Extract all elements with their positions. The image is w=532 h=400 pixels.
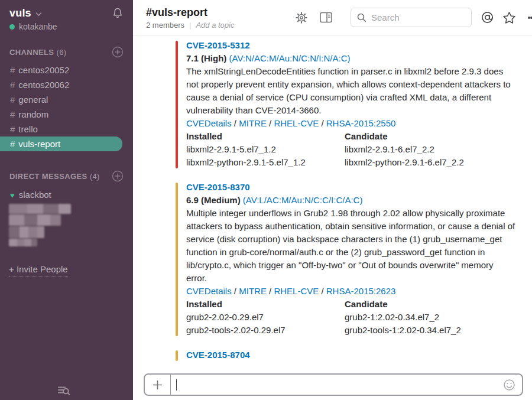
dm-list: ♥slackbot (0, 187, 133, 246)
redacted-dm-name[interactable] (9, 239, 37, 246)
field-installed: Installedgrub2-2.02-0.29.el7grub2-tools-… (186, 298, 345, 337)
message-composer[interactable] (144, 373, 523, 396)
field-installed: Installedlibxml2-2.9.1-5.el7_1.2libxml2-… (186, 130, 345, 169)
sidebar-channel-item[interactable]: #random (0, 107, 133, 122)
severity-line: 6.9 (Medium) (AV:L/AC:M/Au:N/C:C/I:C/A:C… (186, 194, 515, 207)
channel-browser-icon[interactable] (57, 385, 72, 396)
field-value: grub2-1:2.02-0.34.el7_2 (345, 311, 461, 324)
channel-name: general (18, 95, 48, 105)
search-icon (357, 13, 366, 22)
field-value: libxml2-python-2.9.1-5.el7_1.2 (186, 156, 345, 169)
channel-name: trello (18, 124, 38, 134)
sidebar-channel-item[interactable]: #general (0, 92, 133, 107)
attachment-color-bar (176, 183, 178, 336)
mentions-icon[interactable] (481, 11, 494, 24)
channels-label: CHANNELS (9, 48, 54, 57)
gear-icon[interactable] (295, 11, 308, 24)
link-separator: / (319, 118, 326, 128)
cvss-vector-link[interactable]: (AV:N/AC:M/Au:N/C:N/I:N/A:C) (229, 53, 351, 63)
channel-name: centos20052 (18, 65, 69, 75)
link-separator: / (232, 286, 239, 296)
message-input[interactable] (171, 375, 503, 395)
channel-header: #vuls-report 2 members | Add a topic (133, 0, 532, 35)
reference-link[interactable]: MITRE (239, 118, 267, 128)
attachment-color-bar (176, 41, 178, 168)
cve-description: Multiple integer underflows in Grub2 1.9… (186, 207, 515, 285)
cve-title-link[interactable]: CVE-2015-8704 (186, 349, 515, 362)
cvss-vector-link[interactable]: (AV:L/AC:M/Au:N/C:C/I:C/A:C) (243, 195, 363, 205)
cve-title-link[interactable]: CVE-2015-8370 (186, 181, 515, 194)
flexpane-toggle-icon[interactable] (320, 12, 332, 23)
cve-description: The xmlStringLenDecodeEntities function … (186, 65, 515, 117)
sidebar-channel-item[interactable]: #trello (0, 122, 133, 136)
current-user-row[interactable]: kotakanbe (0, 19, 133, 31)
hash-icon: # (10, 139, 15, 149)
message-list: CVE-2015-5312 7.1 (High) (AV:N/AC:M/Au:N… (133, 35, 532, 400)
reference-link[interactable]: CVEDetails (186, 286, 232, 296)
link-separator: / (319, 286, 326, 296)
reference-links: CVEDetails / MITRE / RHEL-CVE / RHSA-201… (186, 285, 515, 298)
reference-link[interactable]: RHEL-CVE (274, 286, 319, 296)
attachment-color-bar (176, 350, 178, 361)
field-value: grub2-tools-2.02-0.29.el7 (186, 324, 345, 337)
sidebar-channel-item[interactable]: #centos20062 (0, 77, 133, 92)
dm-item-slackbot[interactable]: ♥slackbot (0, 187, 133, 202)
reference-links: CVEDetails / MITRE / RHEL-CVE / RHSA-201… (186, 117, 515, 130)
workspace-menu-button[interactable]: vuls (9, 7, 31, 19)
channel-name: random (18, 109, 48, 119)
reference-link[interactable]: RHSA-2015:2550 (326, 118, 396, 128)
cve-title-link[interactable]: CVE-2015-5312 (186, 39, 515, 52)
meta-divider: | (189, 21, 191, 30)
heart-icon: ♥ (10, 191, 15, 200)
severity-score: 7.1 (High) (186, 53, 229, 63)
star-icon[interactable] (502, 11, 516, 24)
link-separator: / (267, 286, 274, 296)
sidebar-channel-item[interactable]: #centos20052 (0, 63, 133, 77)
dms-section-header[interactable]: DIRECT MESSAGES (4) (0, 170, 133, 182)
redacted-dm-name[interactable] (9, 226, 44, 238)
chevron-down-icon[interactable] (35, 12, 42, 17)
more-options-icon[interactable] (525, 14, 532, 22)
sidebar: vuls kotakanbe CHANNELS (6) #centos20052… (0, 0, 133, 400)
hash-icon: # (10, 65, 15, 75)
invite-people-button[interactable]: + Invite People (9, 264, 133, 277)
reference-link[interactable]: CVEDetails (186, 118, 232, 128)
bell-icon[interactable] (112, 7, 124, 19)
hash-icon: # (10, 80, 15, 90)
current-user-name: kotakanbe (19, 22, 57, 31)
severity-line: 7.1 (High) (AV:N/AC:M/Au:N/C:N/I:N/A:C) (186, 52, 515, 65)
channel-title[interactable]: #vuls-report (146, 6, 287, 19)
reference-link[interactable]: RHSA-2015:2623 (326, 286, 396, 296)
reference-link[interactable]: RHEL-CVE (274, 118, 319, 128)
add-channel-icon[interactable] (112, 46, 124, 58)
field-value: grub2-tools-1:2.02-0.34.el7_2 (345, 324, 461, 337)
reference-link[interactable]: MITRE (239, 286, 267, 296)
severity-score: 6.9 (Medium) (186, 195, 243, 205)
emoji-smile-icon[interactable] (503, 375, 522, 395)
message-attachment: CVE-2015-5312 7.1 (High) (AV:N/AC:M/Au:N… (176, 39, 515, 169)
redacted-dm-entries[interactable] (9, 204, 133, 246)
redacted-dm-name[interactable] (9, 204, 71, 214)
dms-label: DIRECT MESSAGES (9, 172, 87, 181)
message-attachment: CVE-2015-8370 6.9 (Medium) (AV:L/AC:M/Au… (176, 181, 515, 337)
dm-name: slackbot (19, 190, 51, 200)
search-input[interactable] (371, 12, 460, 22)
add-topic-button[interactable]: Add a topic (196, 21, 234, 30)
hash-icon: # (10, 124, 15, 134)
attachment-fields: Installedlibxml2-2.9.1-5.el7_1.2libxml2-… (186, 130, 515, 169)
dms-count: (4) (90, 172, 100, 181)
field-title: Candidate (345, 130, 464, 143)
redacted-dm-name[interactable] (9, 214, 61, 226)
attach-plus-icon[interactable] (145, 375, 171, 395)
field-title: Installed (186, 130, 345, 143)
search-box[interactable] (351, 8, 472, 27)
hash-icon: # (10, 95, 15, 105)
add-dm-icon[interactable] (112, 170, 124, 182)
field-candidate: Candidategrub2-1:2.02-0.34.el7_2grub2-to… (345, 298, 461, 337)
channels-section-header[interactable]: CHANNELS (6) (0, 46, 133, 58)
field-value: libxml2-2.9.1-5.el7_1.2 (186, 143, 345, 156)
link-separator: / (267, 118, 274, 128)
member-count[interactable]: 2 members (146, 21, 184, 30)
sidebar-channel-item[interactable]: #vuls-report (0, 136, 122, 151)
channel-name: vuls-report (18, 139, 60, 149)
